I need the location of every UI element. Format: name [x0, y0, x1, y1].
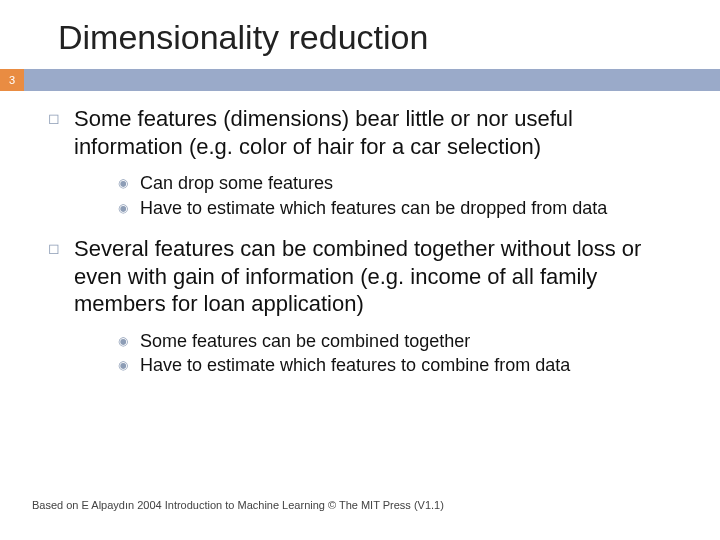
page-number: 3	[0, 69, 24, 91]
footer-citation: Based on E Alpaydın 2004 Introduction to…	[32, 499, 444, 511]
sub-bullet-group: ◉ Some features can be combined together…	[48, 324, 686, 393]
sub-bullet-text: Can drop some features	[140, 172, 333, 195]
square-bullet-icon: ◻	[48, 235, 74, 318]
bullet-level1: ◻ Several features can be combined toget…	[48, 235, 686, 318]
sub-bullet-text: Some features can be combined together	[140, 330, 470, 353]
target-bullet-icon: ◉	[118, 330, 140, 353]
sub-bullet-group: ◉ Can drop some features ◉ Have to estim…	[48, 166, 686, 235]
bullet-level2: ◉ Can drop some features	[118, 172, 686, 195]
target-bullet-icon: ◉	[118, 197, 140, 220]
sub-bullet-text: Have to estimate which features can be d…	[140, 197, 607, 220]
slide-title: Dimensionality reduction	[0, 0, 720, 69]
square-bullet-icon: ◻	[48, 105, 74, 160]
bullet-level2: ◉ Have to estimate which features can be…	[118, 197, 686, 220]
target-bullet-icon: ◉	[118, 354, 140, 377]
header-bar: 3	[0, 69, 720, 91]
accent-bar	[24, 69, 720, 91]
bullet-level2: ◉ Some features can be combined together	[118, 330, 686, 353]
target-bullet-icon: ◉	[118, 172, 140, 195]
bullet-level1: ◻ Some features (dimensions) bear little…	[48, 105, 686, 160]
bullet-level2: ◉ Have to estimate which features to com…	[118, 354, 686, 377]
bullet-text: Several features can be combined togethe…	[74, 235, 686, 318]
sub-bullet-text: Have to estimate which features to combi…	[140, 354, 570, 377]
content-area: ◻ Some features (dimensions) bear little…	[0, 91, 720, 393]
bullet-text: Some features (dimensions) bear little o…	[74, 105, 686, 160]
